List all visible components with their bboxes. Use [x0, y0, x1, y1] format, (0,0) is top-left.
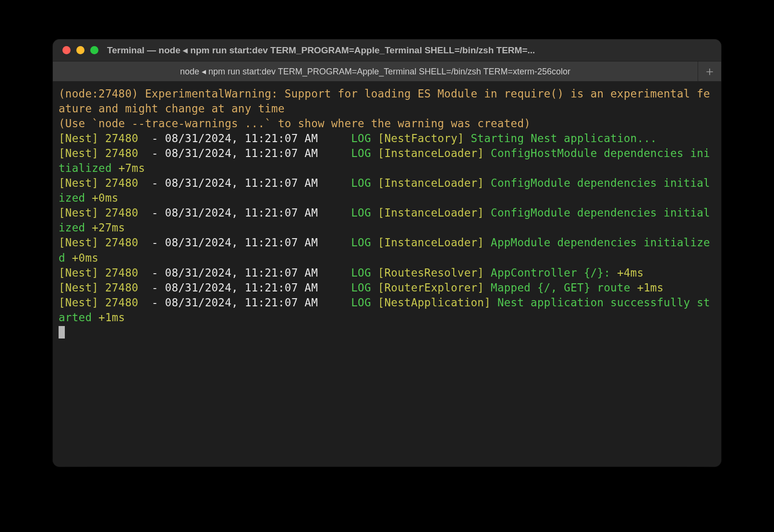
- window-title: Terminal — node ◂ npm run start:dev TERM…: [107, 45, 712, 56]
- window-titlebar[interactable]: Terminal — node ◂ npm run start:dev TERM…: [53, 39, 721, 61]
- close-button[interactable]: [62, 46, 71, 54]
- log-spacer: [318, 132, 351, 145]
- log-message: Mapped {/, GET} route: [491, 281, 637, 294]
- log-dash: -: [152, 147, 165, 159]
- log-context: [InstanceLoader]: [378, 236, 491, 249]
- minimize-button[interactable]: [76, 46, 85, 54]
- log-context: [NestFactory]: [378, 132, 471, 145]
- log-timing: +4ms: [617, 266, 643, 279]
- log-prefix: [Nest] 27480: [59, 132, 152, 145]
- log-spacer: [318, 147, 351, 159]
- log-level: LOG: [351, 132, 377, 145]
- log-spacer: [318, 206, 351, 219]
- log-prefix: [Nest] 27480: [59, 281, 152, 294]
- plus-icon: ＋: [703, 63, 716, 80]
- log-context: [InstanceLoader]: [378, 177, 491, 189]
- log-timing: +1ms: [637, 281, 664, 294]
- terminal-output[interactable]: (node:27480) ExperimentalWarning: Suppor…: [53, 82, 721, 467]
- log-timestamp: 08/31/2024, 11:21:07 AM: [165, 177, 318, 189]
- log-prefix: [Nest] 27480: [59, 177, 152, 189]
- log-spacer: [318, 281, 351, 294]
- log-level: LOG: [351, 147, 377, 159]
- log-spacer: [318, 177, 351, 189]
- log-dash: -: [152, 281, 165, 294]
- log-timing: +1ms: [98, 311, 125, 324]
- tab-label: node ◂ npm run start:dev TERM_PROGRAM=Ap…: [180, 66, 570, 77]
- log-context: [InstanceLoader]: [378, 206, 491, 219]
- log-prefix: [Nest] 27480: [59, 206, 152, 219]
- log-prefix: [Nest] 27480: [59, 296, 152, 309]
- log-level: LOG: [351, 281, 377, 294]
- log-timestamp: 08/31/2024, 11:21:07 AM: [165, 296, 318, 309]
- log-level: LOG: [351, 177, 377, 189]
- terminal-window: Terminal — node ◂ npm run start:dev TERM…: [53, 39, 721, 467]
- log-prefix: [Nest] 27480: [59, 266, 152, 279]
- log-spacer: [318, 296, 351, 309]
- log-context: [InstanceLoader]: [378, 147, 491, 159]
- log-timing: +0ms: [72, 252, 98, 264]
- tab-active[interactable]: node ◂ npm run start:dev TERM_PROGRAM=Ap…: [53, 61, 698, 81]
- log-spacer: [318, 266, 351, 279]
- log-dash: -: [152, 206, 165, 219]
- log-timing: +0ms: [92, 192, 118, 204]
- log-level: LOG: [351, 296, 377, 309]
- tab-bar: node ◂ npm run start:dev TERM_PROGRAM=Ap…: [53, 61, 721, 82]
- log-timing: +7ms: [119, 162, 145, 174]
- maximize-button[interactable]: [90, 46, 98, 54]
- log-timestamp: 08/31/2024, 11:21:07 AM: [165, 132, 318, 145]
- log-timestamp: 08/31/2024, 11:21:07 AM: [165, 266, 318, 279]
- log-prefix: [Nest] 27480: [59, 147, 152, 159]
- log-message: Starting Nest application...: [471, 132, 657, 145]
- warning-hint: (Use `node --trace-warnings ...` to show…: [59, 117, 531, 130]
- new-tab-button[interactable]: ＋: [698, 61, 721, 81]
- log-level: LOG: [351, 266, 377, 279]
- log-context: [NestApplication]: [378, 296, 497, 309]
- log-level: LOG: [351, 236, 377, 249]
- log-level: LOG: [351, 206, 377, 219]
- traffic-lights: [62, 46, 98, 54]
- log-context: [RoutesResolver]: [378, 266, 491, 279]
- log-dash: -: [152, 236, 165, 249]
- log-message: AppController {/}:: [491, 266, 617, 279]
- log-timestamp: 08/31/2024, 11:21:07 AM: [165, 206, 318, 219]
- log-context: [RouterExplorer]: [378, 281, 491, 294]
- log-timing: +27ms: [92, 221, 125, 234]
- terminal-cursor: [59, 326, 65, 339]
- log-dash: -: [152, 266, 165, 279]
- log-spacer: [318, 236, 351, 249]
- log-timestamp: 08/31/2024, 11:21:07 AM: [165, 236, 318, 249]
- log-prefix: [Nest] 27480: [59, 236, 152, 249]
- log-dash: -: [152, 296, 165, 309]
- log-dash: -: [152, 177, 165, 189]
- log-timestamp: 08/31/2024, 11:21:07 AM: [165, 281, 318, 294]
- warning-line: (node:27480) ExperimentalWarning: Suppor…: [59, 87, 710, 115]
- log-dash: -: [152, 132, 165, 145]
- log-timestamp: 08/31/2024, 11:21:07 AM: [165, 147, 318, 159]
